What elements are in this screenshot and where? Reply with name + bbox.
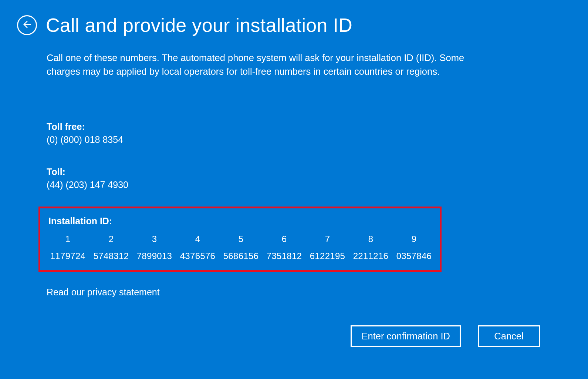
id-column: 8 2211216 [349,234,392,261]
tollfree-section: Toll free: (0) (800) 018 8354 [47,121,467,145]
page-title: Call and provide your installation ID [46,14,352,36]
id-value: 7899013 [137,251,172,261]
toll-label: Toll: [47,167,467,177]
id-value: 0357846 [396,251,432,261]
enter-confirmation-id-button[interactable]: Enter confirmation ID [351,325,461,347]
privacy-statement-link[interactable]: Read our privacy statement [47,287,160,298]
id-column: 7 6122195 [306,234,349,261]
installation-id-grid: 1 1179724 2 5748312 3 7899013 4 4376576 … [48,234,437,261]
id-index: 9 [412,234,416,244]
id-index: 1 [65,234,70,244]
installation-id-highlight-box: Installation ID: 1 1179724 2 5748312 3 7… [38,207,442,272]
back-button[interactable] [17,15,37,35]
cancel-button[interactable]: Cancel [478,325,540,347]
id-index: 6 [282,234,287,244]
page-header: Call and provide your installation ID [0,0,588,36]
instructions-text: Call one of these numbers. The automated… [47,51,467,78]
id-column: 6 7351812 [263,234,306,261]
id-value: 4376576 [180,251,216,261]
tollfree-number: (0) (800) 018 8354 [47,134,467,145]
id-index: 2 [109,234,114,244]
toll-number: (44) (203) 147 4930 [47,180,467,190]
id-column: 9 0357846 [392,234,436,261]
id-index: 5 [239,234,243,244]
tollfree-label: Toll free: [47,121,467,132]
id-value: 1179724 [50,251,86,261]
id-value: 5748312 [94,251,129,261]
id-column: 3 7899013 [133,234,176,261]
toll-section: Toll: (44) (203) 147 4930 [47,167,467,190]
id-value: 7351812 [267,251,302,261]
id-column: 4 4376576 [176,234,219,261]
id-index: 4 [195,234,200,244]
id-column: 1 1179724 [46,234,89,261]
id-value: 5686156 [223,251,259,261]
back-arrow-icon [21,19,33,31]
id-index: 7 [325,234,330,244]
id-index: 8 [368,234,373,244]
id-column: 5 5686156 [219,234,263,261]
button-row: Enter confirmation ID Cancel [351,325,540,347]
id-index: 3 [152,234,157,244]
id-column: 2 5748312 [89,234,133,261]
installation-id-label: Installation ID: [48,216,437,227]
content-area: Call one of these numbers. The automated… [0,36,488,298]
id-value: 6122195 [310,251,345,261]
id-value: 2211216 [353,251,389,261]
